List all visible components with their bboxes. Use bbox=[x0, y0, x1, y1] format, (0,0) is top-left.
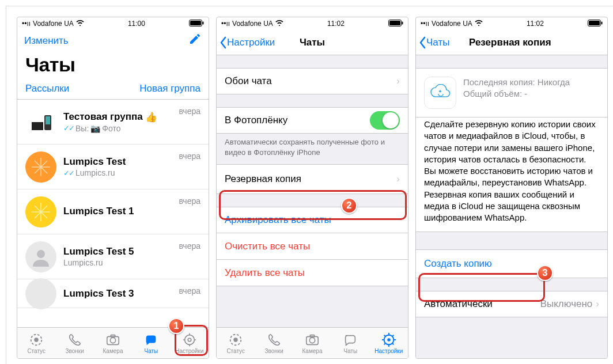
signal-icon: ••ıı bbox=[221, 20, 230, 28]
toggle-on[interactable] bbox=[370, 111, 400, 130]
chat-row[interactable]: Lumpics Test 3 вчера bbox=[17, 279, 209, 308]
avatar bbox=[25, 196, 56, 227]
svg-rect-5 bbox=[46, 116, 50, 124]
chat-row[interactable]: Lumpics Test 1 вчера bbox=[17, 189, 209, 234]
auto-backup-cell[interactable]: Автоматически Выключено› bbox=[416, 291, 607, 317]
wifi-icon bbox=[475, 20, 483, 28]
step-badge-1: 1 bbox=[168, 318, 184, 334]
read-ticks-icon: ✓✓ bbox=[63, 169, 74, 177]
chat-row[interactable]: Lumpics Test 5 Lumpics.ru вчера bbox=[17, 234, 209, 279]
status-bar: ••ııVodafone UA 11:02 bbox=[217, 17, 408, 30]
wifi-icon bbox=[76, 20, 84, 28]
avatar bbox=[25, 151, 56, 183]
back-label: Настройки bbox=[227, 37, 275, 48]
svg-rect-48 bbox=[601, 21, 603, 24]
svg-line-45 bbox=[384, 343, 385, 344]
compose-icon[interactable] bbox=[188, 32, 202, 49]
back-label: Чаты bbox=[426, 37, 449, 48]
signal-icon: ••ıı bbox=[421, 20, 429, 28]
wifi-icon bbox=[275, 20, 283, 28]
emoji-icon: 👍 bbox=[145, 111, 157, 123]
svg-point-18 bbox=[34, 338, 38, 342]
svg-point-23 bbox=[188, 338, 191, 342]
chat-time: вчера bbox=[179, 151, 200, 161]
delete-all-cell[interactable]: Удалить все чаты bbox=[217, 260, 408, 286]
cell-label: Создать копию bbox=[424, 258, 492, 270]
chat-row[interactable]: Lumpics Test ✓✓ Lumpics.ru вчера bbox=[17, 145, 209, 189]
clear-all-cell[interactable]: Очистить все чаты bbox=[217, 233, 408, 260]
battery-icon bbox=[189, 20, 204, 28]
tab-status[interactable]: Статус bbox=[17, 328, 55, 358]
battery-icon bbox=[388, 20, 403, 28]
chat-name: Тестовая группа bbox=[63, 111, 143, 123]
carrier-label: Vodafone UA bbox=[232, 20, 273, 28]
clock-label: 11:02 bbox=[327, 20, 345, 28]
svg-rect-2 bbox=[203, 21, 204, 24]
backup-description: Сделайте резервную копию истории своих ч… bbox=[416, 117, 607, 232]
svg-rect-30 bbox=[402, 21, 403, 24]
carrier-label: Vodafone UA bbox=[33, 20, 74, 28]
chat-row[interactable]: Тестовая группа 👍 ✓✓ Вы: 📷 Фото вчера bbox=[17, 100, 209, 145]
tab-label: Статус bbox=[27, 348, 46, 354]
read-ticks-icon: ✓✓ bbox=[63, 124, 74, 132]
chat-name: Lumpics Test 3 bbox=[63, 288, 134, 299]
save-to-camera-roll-cell[interactable]: В Фотоплёнку bbox=[217, 107, 408, 134]
avatar bbox=[25, 107, 56, 138]
svg-rect-35 bbox=[310, 335, 314, 337]
svg-point-32 bbox=[233, 338, 237, 342]
clock-label: 11:02 bbox=[527, 20, 544, 28]
tab-camera[interactable]: Камера bbox=[293, 328, 331, 358]
svg-point-37 bbox=[387, 338, 391, 342]
edit-button[interactable]: Изменить bbox=[24, 35, 69, 47]
tab-label: Звонки bbox=[65, 348, 84, 354]
tab-label: Камера bbox=[103, 348, 123, 354]
tab-label: Камера bbox=[302, 348, 323, 354]
cell-label: Архивировать все чаты bbox=[225, 214, 331, 226]
msg-prefix: Вы: bbox=[75, 124, 89, 133]
new-group-link[interactable]: Новая группа bbox=[139, 83, 200, 94]
svg-rect-47 bbox=[589, 21, 600, 25]
tab-calls[interactable]: Звонки bbox=[255, 328, 293, 358]
archive-all-cell[interactable]: Архивировать все чаты bbox=[217, 207, 408, 233]
chat-name: Lumpics Test 1 bbox=[63, 206, 134, 217]
tab-label: Чаты bbox=[344, 348, 358, 354]
chat-name: Lumpics Test bbox=[63, 156, 126, 168]
tab-chats[interactable]: Чаты bbox=[132, 328, 170, 358]
tab-chats[interactable]: Чаты bbox=[331, 328, 369, 358]
step-badge-3: 3 bbox=[537, 265, 553, 281]
backup-cell[interactable]: Резервная копия › bbox=[217, 164, 408, 194]
screen-backup: ••ııVodafone UA 11:02 Чаты Резервная коп… bbox=[415, 17, 608, 359]
total-size-label: Общий объём: - bbox=[463, 88, 570, 100]
last-backup-label: Последняя копия: Никогда bbox=[463, 77, 570, 88]
tab-settings[interactable]: Настройки bbox=[370, 328, 408, 358]
wallpaper-cell[interactable]: Обои чата › bbox=[217, 68, 408, 94]
step-badge-2: 2 bbox=[341, 198, 357, 214]
cloud-backup-icon bbox=[424, 77, 456, 109]
svg-point-22 bbox=[184, 335, 194, 344]
tab-label: Звонки bbox=[264, 348, 283, 354]
camera-icon: 📷 bbox=[90, 124, 100, 133]
svg-point-16 bbox=[37, 250, 45, 258]
tab-label: Настройки bbox=[175, 348, 203, 354]
svg-line-43 bbox=[392, 343, 393, 344]
broadcasts-link[interactable]: Рассылки bbox=[25, 83, 69, 94]
tab-status[interactable]: Статус bbox=[217, 328, 255, 358]
svg-point-20 bbox=[110, 338, 115, 343]
tab-camera[interactable]: Камера bbox=[94, 328, 132, 358]
msg-text: Lumpics.ru bbox=[63, 258, 103, 267]
back-button[interactable]: Настройки bbox=[217, 36, 275, 49]
svg-rect-1 bbox=[190, 21, 201, 25]
back-button[interactable]: Чаты bbox=[416, 36, 449, 49]
page-title: Чаты bbox=[17, 50, 209, 82]
tab-label: Чаты bbox=[145, 348, 158, 354]
create-backup-cell[interactable]: Создать копию bbox=[416, 249, 607, 278]
svg-line-42 bbox=[384, 335, 385, 336]
msg-text: Lumpics.ru bbox=[75, 168, 115, 177]
tab-calls[interactable]: Звонки bbox=[55, 328, 93, 358]
status-bar: ••ııVodafone UA 11:02 bbox=[416, 17, 607, 30]
footer-text: Автоматически сохранять полученные фото … bbox=[217, 134, 408, 164]
tab-label: Настройки bbox=[374, 348, 403, 354]
signal-icon: ••ıı bbox=[22, 20, 31, 28]
cell-label: Очистить все чаты bbox=[225, 241, 310, 252]
cell-label: Резервная копия bbox=[225, 173, 301, 185]
